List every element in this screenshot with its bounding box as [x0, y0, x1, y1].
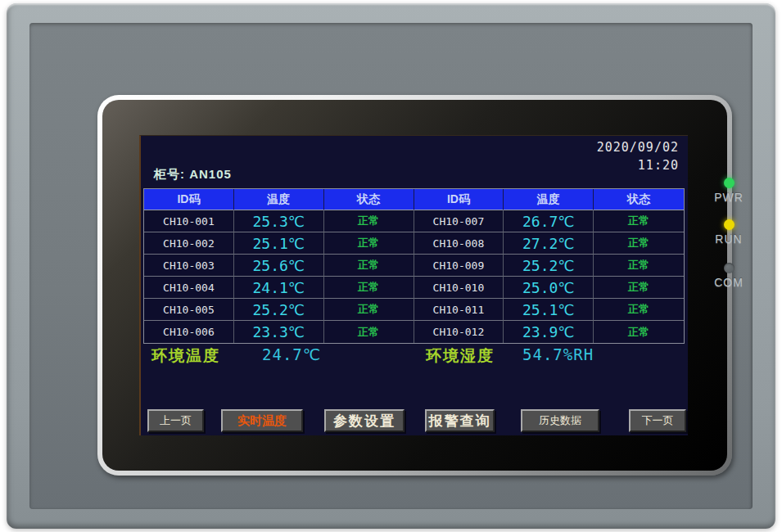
ambient-temperature-value: 24.7℃	[262, 345, 321, 363]
table-cell-status: 正常	[594, 232, 684, 255]
table-cell-id: CH10-003	[144, 255, 234, 277]
table-cell-temp: 25.2℃	[504, 255, 594, 277]
table-cell-id: CH10-008	[414, 232, 504, 255]
environment-row: 环境温度 24.7℃ 环境湿度 54.7%RH	[143, 345, 685, 370]
cabinet-id-label: 柜号: AN105	[154, 167, 232, 183]
ambient-humidity-label: 环境湿度	[426, 345, 495, 367]
ambient-humidity-value: 54.7%RH	[522, 345, 594, 363]
table-header-id: ID码	[144, 189, 234, 210]
table-cell-status: 正常	[324, 277, 414, 299]
com-indicator-group: COM	[698, 263, 760, 289]
table-cell-temp: 23.9℃	[504, 321, 594, 343]
table-cell-status: 正常	[594, 255, 684, 277]
table-cell-status: 正常	[594, 299, 684, 321]
table-cell-status: 正常	[594, 321, 684, 343]
table-cell-id: CH10-010	[414, 277, 504, 299]
table-cell-temp: 25.0℃	[504, 277, 594, 299]
date-display: 2020/09/02	[597, 140, 679, 155]
table-cell-temp: 25.2℃	[234, 299, 324, 321]
table-cell-temp: 26.7℃	[504, 210, 594, 232]
table-cell-temp: 25.1℃	[234, 232, 324, 255]
run-indicator-group: RUN	[698, 219, 760, 246]
run-led	[724, 219, 735, 230]
com-led	[724, 263, 735, 273]
ambient-temperature-label: 环境温度	[151, 345, 220, 367]
table-cell-temp: 25.1℃	[504, 299, 594, 321]
table-cell-id: CH10-011	[414, 299, 504, 321]
nav-button-next-page[interactable]: 下一页	[629, 409, 686, 432]
nav-button-realtime-temp[interactable]: 实时温度	[221, 409, 303, 432]
table-cell-id: CH10-002	[144, 232, 234, 255]
table-cell-status: 正常	[324, 210, 414, 232]
table-cell-temp: 23.3℃	[234, 321, 324, 343]
table-cell-id: CH10-007	[414, 210, 504, 232]
table-cell-id: CH10-001	[144, 210, 234, 232]
nav-button-alarm-query[interactable]: 报警查询	[425, 409, 495, 432]
table-cell-status: 正常	[324, 299, 414, 321]
table-cell-id: CH10-006	[144, 321, 234, 343]
lcd-screen: 2020/09/02 11:20 柜号: AN105 ID码温度状态ID码温度状…	[139, 135, 688, 435]
time-display: 11:20	[638, 158, 679, 173]
table-cell-id: CH10-012	[414, 321, 504, 343]
table-cell-id: CH10-009	[414, 255, 504, 277]
nav-button-history-data[interactable]: 历史数据	[521, 409, 599, 432]
table-cell-temp: 25.3℃	[234, 210, 324, 232]
pwr-led-label: PWR	[698, 191, 760, 204]
device-case: 2020/09/02 11:20 柜号: AN105 ID码温度状态ID码温度状…	[7, 3, 775, 529]
table-cell-id: CH10-005	[144, 299, 234, 321]
table-cell-temp: 27.2℃	[504, 232, 594, 255]
power-indicator-group: PWR	[698, 178, 760, 204]
table-cell-status: 正常	[324, 321, 414, 343]
table-header-temp: 温度	[504, 189, 594, 210]
screen-module-bezel: 2020/09/02 11:20 柜号: AN105 ID码温度状态ID码温度状…	[97, 95, 732, 476]
pwr-led	[724, 178, 735, 188]
run-led-label: RUN	[698, 232, 760, 246]
table-header-temp: 温度	[234, 189, 324, 210]
screen-module-face: 2020/09/02 11:20 柜号: AN105 ID码温度状态ID码温度状…	[102, 100, 727, 471]
table-header-status: 状态	[324, 189, 414, 210]
table-cell-status: 正常	[324, 255, 414, 277]
table-cell-temp: 24.1℃	[234, 277, 324, 299]
table-cell-temp: 25.6℃	[234, 255, 324, 277]
nav-button-prev-page[interactable]: 上一页	[147, 409, 204, 432]
table-cell-status: 正常	[594, 277, 684, 299]
table-header-id: ID码	[414, 189, 504, 210]
nav-button-param-settings[interactable]: 参数设置	[324, 409, 405, 432]
com-led-label: COM	[698, 276, 760, 289]
table-header-status: 状态	[594, 189, 684, 210]
channel-temperature-table: ID码温度状态ID码温度状态CH10-00125.3℃正常CH10-00726.…	[143, 188, 685, 344]
table-cell-status: 正常	[324, 232, 414, 255]
front-panel: 2020/09/02 11:20 柜号: AN105 ID码温度状态ID码温度状…	[29, 23, 753, 509]
table-cell-status: 正常	[594, 210, 684, 232]
table-cell-id: CH10-004	[144, 277, 234, 299]
